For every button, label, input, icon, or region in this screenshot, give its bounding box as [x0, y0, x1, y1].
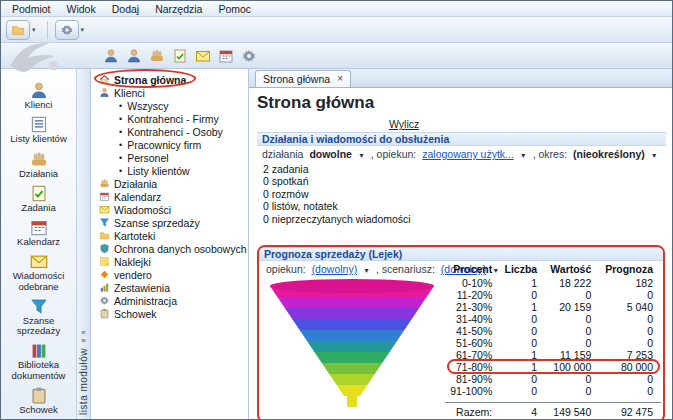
module-zadania[interactable]: Zadania	[1, 184, 76, 213]
tree-item-label: Strona główna	[114, 74, 186, 86]
cell: 21-30%	[445, 301, 500, 313]
module-dzialania[interactable]: Działania	[1, 150, 76, 179]
module-label: Schowek	[17, 405, 60, 415]
settings-icon[interactable]	[241, 48, 257, 64]
tree-item-label: Ochrona danych osobowych	[114, 243, 247, 255]
new-task-icon[interactable]	[172, 48, 188, 64]
tree-item-kontrahenci-firmy[interactable]: •Kontrahenci - Firmy	[91, 112, 248, 125]
cell: 182	[599, 277, 661, 289]
tree-item-label: Zestawienia	[114, 282, 170, 294]
chevron-down-icon[interactable]: ▼	[358, 152, 365, 159]
tree-item-pracownicy-firm[interactable]: •Pracownicy firm	[91, 138, 248, 151]
tree: Strona głównaKlienci•Wszyscy•Kontrahenci…	[91, 73, 248, 320]
tree-item-wiadomosci[interactable]: Wiadomości	[91, 203, 248, 216]
forecast-table-row: 91-100%000	[445, 385, 661, 403]
module-wiadomosci-odebrane[interactable]: Wiadomości odebrane	[1, 252, 76, 292]
home-page: Strona główna Wylicz Działania i wiadomo…	[249, 88, 672, 419]
cell: 0	[599, 337, 661, 349]
tab-strona-glowna[interactable]: Strona główna ×	[255, 70, 351, 87]
content-area: Strona główna × Strona główna Wylicz Dzi…	[249, 69, 672, 419]
tree-item-kontrahenci-osoby[interactable]: •Kontrahenci - Osoby	[91, 125, 248, 138]
cell: 1	[500, 301, 545, 313]
funnel-icon	[28, 297, 50, 316]
tree-item-ochrona-danych-osobowych[interactable]: Ochrona danych osobowych	[91, 242, 248, 255]
module-label: Szanse sprzedaży	[1, 316, 76, 337]
tree-item-listy-klientow[interactable]: •Listy klientów	[91, 164, 248, 177]
activity-type-filter[interactable]: dowolne	[309, 148, 352, 160]
module-szanse-sprzedazy[interactable]: Szanse sprzedaży	[1, 297, 76, 337]
cell: 0	[599, 325, 661, 337]
folder-icon	[99, 230, 110, 241]
new-message-icon[interactable]	[195, 48, 211, 64]
chevron-down-icon[interactable]: ▼	[520, 152, 527, 159]
tree-item-strona-glowna[interactable]: Strona główna	[91, 73, 248, 86]
module-listy-klientow[interactable]: Listy klientów	[1, 115, 76, 144]
caretaker-filter[interactable]: zalogowany użytk...	[422, 148, 514, 160]
wylicz-link[interactable]: Wylicz	[389, 118, 419, 131]
forecast-caretaker-filter[interactable]: (dowolny)	[312, 263, 358, 275]
tree-item-personel[interactable]: •Personel	[91, 151, 248, 164]
close-icon[interactable]: ×	[337, 74, 343, 84]
tree-item-klienci[interactable]: Klienci	[91, 86, 248, 99]
cell: 0	[545, 289, 599, 301]
stat-line: 0 rozmów	[263, 188, 660, 200]
cell: 0-10%	[445, 277, 500, 289]
period-filter[interactable]: (nieokreślony)	[573, 148, 645, 160]
forecast-section-header: Prognoza sprzedaży (Lejek)	[259, 247, 663, 261]
cell: 11 159	[545, 349, 599, 361]
cell: 100 000	[545, 361, 599, 373]
tree-item-kartoteki[interactable]: Kartoteki	[91, 229, 248, 242]
add-client-icon[interactable]	[103, 48, 119, 64]
menu-item-pomoc[interactable]: Pomoc	[210, 2, 259, 16]
house-icon	[99, 74, 110, 85]
bullet-icon: •	[119, 127, 122, 137]
tree-item-schowek[interactable]: Schowek	[91, 307, 248, 320]
menu-item-narzedzia[interactable]: Narzędzia	[147, 2, 210, 16]
chevron-down-icon[interactable]: ▾	[81, 26, 85, 34]
module-label: Kalendarz	[15, 237, 62, 247]
forecast-table-row: 51-60%000	[445, 337, 661, 349]
stat-line: 0 nieprzeczytanych wiadomości	[263, 213, 660, 225]
menu-item-podmiot[interactable]: Podmiot	[4, 2, 59, 16]
expand-panel-icon[interactable]: »	[77, 337, 90, 345]
forecast-left-column: opiekun: (dowolny) ▼ , scenariusz: (dowo…	[261, 261, 445, 419]
bullet-icon: •	[119, 101, 122, 111]
tree-item-administracja[interactable]: Administracja	[91, 294, 248, 307]
tree-item-label: Pracownicy firm	[127, 139, 201, 151]
cell: 0	[500, 337, 545, 349]
tree-item-dzialania[interactable]: Działania	[91, 177, 248, 190]
tree-item-szanse-sprzedazy[interactable]: Szanse sprzedaży	[91, 216, 248, 229]
forecast-table-row: 11-20%000	[445, 289, 661, 301]
chevron-down-icon[interactable]: ▼	[363, 267, 370, 274]
cell: 80 000	[599, 361, 661, 373]
module-kalendarz[interactable]: Kalendarz	[1, 218, 76, 247]
tree-item-label: Administracja	[114, 295, 177, 307]
tree-item-naklejki[interactable]: Naklejki	[91, 255, 248, 268]
calendar-icon[interactable]	[218, 48, 234, 64]
module-label: Zadania	[19, 203, 57, 213]
navigation-tree-panel: Strona głównaKlienci•Wszyscy•Kontrahenci…	[91, 69, 249, 419]
module-biblioteka-dokumentow[interactable]: Biblioteka dokumentów	[1, 341, 76, 381]
menu-item-dodaj[interactable]: Dodaj	[104, 2, 147, 16]
module-klienci[interactable]: Klienci	[1, 81, 76, 110]
filter-label-okres: , okres:	[533, 148, 567, 160]
module-label: Działania	[17, 169, 60, 179]
tree-item-wszyscy[interactable]: •Wszyscy	[91, 99, 248, 112]
column-header-wartosc: Wartość	[545, 262, 599, 277]
chevron-down-icon[interactable]: ▾	[32, 26, 36, 34]
filter-label-opiekun: opiekun:	[266, 263, 306, 275]
cell: 11-20%	[445, 289, 500, 301]
clients-icon[interactable]	[126, 48, 142, 64]
tree-item-kalendarz[interactable]: Kalendarz	[91, 190, 248, 203]
module-schowek[interactable]: Schowek	[1, 386, 76, 415]
tree-item-zestawienia[interactable]: Zestawienia	[91, 281, 248, 294]
cell: 0	[500, 373, 545, 385]
new-activity-icon[interactable]	[149, 48, 165, 64]
activity-stats: 2 zadania0 spotkań0 rozmów0 listów, nota…	[257, 161, 666, 223]
tree-item-vendero[interactable]: vendero	[91, 268, 248, 281]
menu-item-widok[interactable]: Widok	[59, 2, 104, 16]
forecast-table-container: ProcentLiczbaWartośćPrognoza 0-10%118 22…	[445, 261, 661, 419]
chevron-down-icon[interactable]: ▼	[651, 152, 658, 159]
sticker-icon	[99, 256, 110, 267]
total-label: Razem:	[445, 403, 500, 419]
